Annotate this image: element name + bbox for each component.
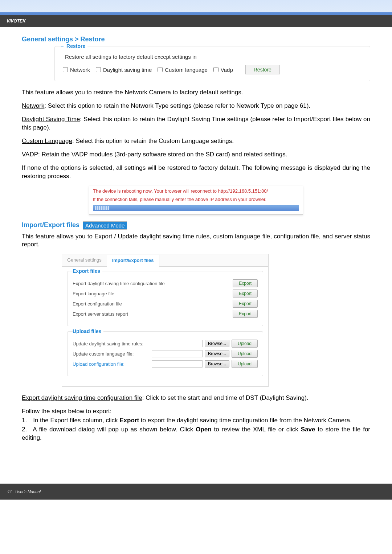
step1-bold: Export bbox=[119, 417, 139, 424]
browse-btn-1[interactable]: Browse... bbox=[205, 350, 229, 357]
step2-save: Save bbox=[301, 426, 315, 433]
export-dst-label: Export daylight saving time configuratio… bbox=[22, 394, 142, 401]
browse-btn-0[interactable]: Browse... bbox=[205, 340, 229, 347]
label-dst: Daylight Saving Time bbox=[22, 116, 80, 123]
export-row-2: Export configuration file Export bbox=[73, 300, 258, 308]
para-none-selected: If none of the options is selected, all … bbox=[22, 164, 370, 181]
restore-button[interactable]: Restore bbox=[245, 65, 280, 74]
step1-b: to export the daylight saving time confi… bbox=[139, 417, 352, 424]
reboot-progress-bar bbox=[93, 205, 299, 211]
export-files-fieldset: Export files Export daylight saving time… bbox=[67, 271, 263, 326]
upload-label-1: Update custom language file: bbox=[73, 351, 134, 357]
export-btn-0[interactable]: Export bbox=[233, 279, 258, 287]
step2-a: 2. A file download dialog will pop up as… bbox=[22, 426, 196, 433]
export-label-3: Export server status report bbox=[73, 311, 128, 317]
upload-label-0: Update daylight saving time rules: bbox=[73, 341, 143, 346]
step-1: 1. In the Export files column, click Exp… bbox=[22, 416, 370, 425]
para-vadp: VADP: Retain the VADP modules (3rd-party… bbox=[22, 151, 370, 159]
para-feature-intro: This feature allows you to restore the N… bbox=[22, 89, 370, 97]
restore-desc: Restore all settings to factory default … bbox=[65, 54, 364, 60]
export-row-1: Export language file Export bbox=[73, 290, 258, 297]
brand-header: VIVOTEK bbox=[0, 15, 392, 27]
reboot-line2: If the connection fails, please manually… bbox=[89, 194, 303, 203]
para-dst: Daylight Saving Time: Select this option… bbox=[22, 115, 370, 132]
restore-fieldset: − Restore Restore all settings to factor… bbox=[54, 46, 370, 81]
upload-btn-0[interactable]: Upload bbox=[232, 340, 258, 348]
export-label-2: Export configuration file bbox=[73, 301, 122, 307]
page-footer: 44 - User's Manual bbox=[0, 484, 392, 500]
label-vadp: VADP bbox=[22, 151, 38, 158]
ie-tabs: General settings Import/Export files bbox=[62, 254, 268, 267]
chk-network[interactable] bbox=[63, 67, 68, 72]
step2-mid: to review the XML file or click bbox=[212, 426, 301, 433]
ie-intro: This feature allows you to Export / Upda… bbox=[22, 233, 370, 249]
reboot-line1: The device is rebooting now. Your browse… bbox=[89, 186, 303, 194]
chk-vadp[interactable] bbox=[213, 67, 219, 72]
restore-options-row: Network Daylight saving time Custom lang… bbox=[63, 65, 364, 74]
file-input-2[interactable] bbox=[152, 360, 203, 368]
chk-lang-label[interactable]: Custom language bbox=[158, 67, 208, 73]
step2-open: Open bbox=[196, 426, 211, 433]
para-lang-rest: : Select this option to retain the Custo… bbox=[72, 138, 234, 144]
export-btn-3[interactable]: Export bbox=[233, 310, 258, 318]
chk-dst-label[interactable]: Daylight saving time bbox=[96, 67, 152, 73]
export-dst-para: Export daylight saving time configuratio… bbox=[22, 394, 370, 402]
ie-title-text: Import/Export files bbox=[22, 221, 79, 229]
chk-lang[interactable] bbox=[158, 67, 163, 72]
chk-network-label[interactable]: Network bbox=[63, 67, 90, 73]
export-label-1: Export language file bbox=[73, 291, 114, 296]
browse-btn-2[interactable]: Browse... bbox=[205, 360, 229, 368]
upload-btn-1[interactable]: Upload bbox=[232, 350, 258, 358]
file-input-0[interactable] bbox=[152, 340, 203, 347]
upload-row-1: Update custom language file: Browse... U… bbox=[73, 350, 258, 358]
chk-vadp-label[interactable]: Vadp bbox=[213, 67, 233, 73]
label-network: Network bbox=[22, 102, 44, 109]
step-2: 2. A file download dialog will pop up as… bbox=[22, 426, 370, 442]
top-gradient-strip bbox=[0, 0, 392, 15]
export-row-3: Export server status report Export bbox=[73, 310, 258, 318]
export-dst-rest: : Click to set the start and end time of… bbox=[142, 394, 309, 401]
follow-steps: Follow the steps below to export: bbox=[22, 407, 370, 416]
brand-text: VIVOTEK bbox=[7, 19, 26, 24]
export-btn-1[interactable]: Export bbox=[233, 290, 258, 297]
para-network-rest: : Select this option to retain the Netwo… bbox=[44, 102, 310, 109]
restore-legend-text: Restore bbox=[66, 43, 85, 49]
export-files-legend: Export files bbox=[73, 268, 102, 274]
chk-lang-text: Custom language bbox=[165, 67, 208, 73]
page-content: General settings > Restore − Restore Res… bbox=[0, 36, 392, 462]
step1-a: 1. In the Export files column, click bbox=[22, 417, 119, 424]
upload-btn-2[interactable]: Upload bbox=[232, 360, 258, 368]
para-vadp-rest: : Retain the VADP modules (3rd-party sof… bbox=[38, 151, 287, 158]
upload-row-2: Upload configuration file: Browse... Upl… bbox=[73, 360, 258, 368]
export-btn-2[interactable]: Export bbox=[233, 300, 258, 308]
collapse-icon[interactable]: − bbox=[61, 43, 64, 49]
chk-dst[interactable] bbox=[96, 67, 101, 72]
upload-row-0: Update daylight saving time rules: Brows… bbox=[73, 340, 258, 348]
reboot-message-box: The device is rebooting now. Your browse… bbox=[89, 186, 303, 215]
export-label-0: Export daylight saving time configuratio… bbox=[73, 281, 165, 286]
chk-dst-text: Daylight saving time bbox=[103, 67, 152, 73]
upload-ctrl-1: Browse... Upload bbox=[152, 350, 258, 358]
upload-ctrl-0: Browse... Upload bbox=[152, 340, 258, 348]
import-export-panel: General settings Import/Export files Exp… bbox=[62, 254, 269, 387]
file-input-1[interactable] bbox=[152, 350, 203, 357]
tab-import-export[interactable]: Import/Export files bbox=[107, 255, 159, 267]
upload-files-legend: Upload files bbox=[73, 328, 103, 334]
export-row-0: Export daylight saving time configuratio… bbox=[73, 279, 258, 287]
para-network: Network: Select this option to retain th… bbox=[22, 102, 370, 110]
chk-vadp-text: Vadp bbox=[221, 67, 233, 73]
chk-network-text: Network bbox=[70, 67, 90, 73]
label-lang: Custom Language bbox=[22, 138, 72, 144]
upload-label-2: Upload configuration file: bbox=[73, 361, 124, 367]
advanced-mode-badge: Advanced Mode bbox=[83, 221, 127, 230]
para-lang: Custom Language: Select this option to r… bbox=[22, 137, 370, 145]
restore-section-title: General settings > Restore bbox=[22, 36, 370, 43]
restore-legend: − Restore bbox=[61, 43, 87, 49]
upload-files-fieldset: Upload files Update daylight saving time… bbox=[67, 331, 263, 376]
ie-tab-content: Export files Export daylight saving time… bbox=[62, 267, 268, 386]
footer-text: 44 - User's Manual bbox=[7, 489, 41, 494]
tab-general-settings[interactable]: General settings bbox=[62, 254, 107, 266]
ie-section-title: Import/Export files Advanced Mode bbox=[22, 221, 370, 230]
upload-ctrl-2: Browse... Upload bbox=[152, 360, 258, 368]
